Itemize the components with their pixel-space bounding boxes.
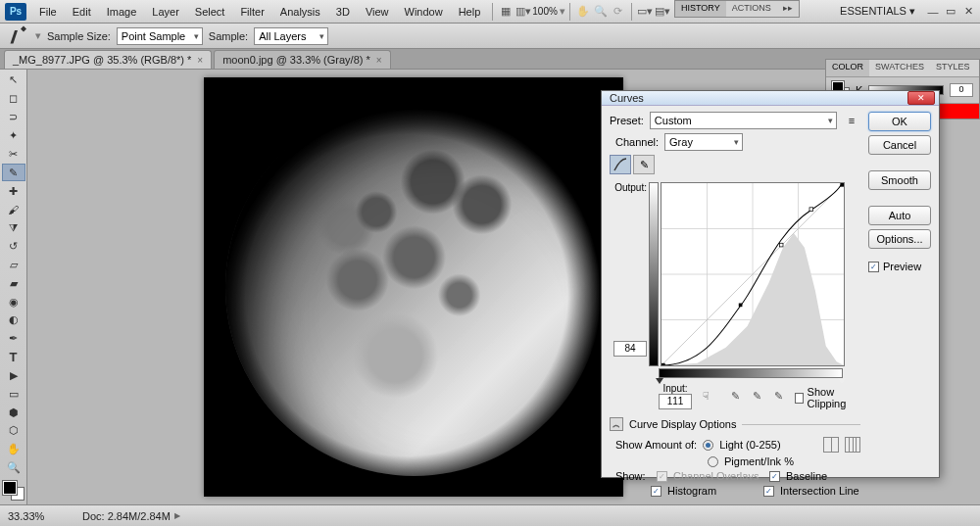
- blur-tool-icon[interactable]: ◉: [2, 293, 25, 311]
- hand-icon[interactable]: ✋: [574, 4, 592, 20]
- zoom-icon[interactable]: 🔍: [592, 4, 610, 20]
- heal-tool-icon[interactable]: ✚: [2, 182, 25, 200]
- disclosure-toggle-icon[interactable]: ︽: [610, 417, 623, 431]
- histogram-checkbox[interactable]: ✓: [651, 486, 662, 497]
- menu-3d[interactable]: 3D: [328, 3, 358, 21]
- restore-icon[interactable]: ▭: [945, 6, 956, 18]
- preset-select[interactable]: Custom: [650, 112, 837, 129]
- options-button[interactable]: Options...: [868, 229, 931, 249]
- menu-view[interactable]: View: [358, 3, 397, 21]
- current-tool-icon[interactable]: [6, 26, 29, 46]
- sample-size-select[interactable]: Point Sample: [117, 27, 203, 45]
- workspace-switcher[interactable]: ESSENTIALS ▾: [834, 3, 921, 20]
- input-gradient[interactable]: [659, 368, 843, 378]
- input-value[interactable]: 111: [659, 394, 692, 409]
- cancel-button[interactable]: Cancel: [868, 135, 931, 155]
- app-logo: Ps: [5, 3, 26, 21]
- menu-help[interactable]: Help: [451, 3, 489, 21]
- channel-label: Channel:: [615, 136, 659, 148]
- pigment-radio[interactable]: [708, 456, 718, 467]
- move-tool-icon[interactable]: ↖: [2, 72, 25, 89]
- minimize-icon[interactable]: —: [927, 6, 939, 18]
- color-swatches[interactable]: [3, 481, 24, 501]
- color-tab[interactable]: COLOR: [826, 60, 869, 76]
- intersection-checkbox[interactable]: ✓: [763, 486, 774, 497]
- 3d-tool-icon[interactable]: ⬢: [2, 404, 25, 421]
- menu-image[interactable]: Image: [99, 3, 145, 21]
- status-bar: 33.33% Doc: 2.84M/2.84M▶: [0, 504, 980, 526]
- stamp-tool-icon[interactable]: ⧩: [2, 219, 25, 237]
- on-image-adjust-icon[interactable]: ☟: [700, 388, 712, 404]
- crop-tool-icon[interactable]: ✂: [2, 145, 25, 163]
- auto-button[interactable]: Auto: [868, 206, 931, 225]
- foreground-swatch[interactable]: [3, 481, 17, 495]
- 3d-camera-icon[interactable]: ⬡: [2, 422, 25, 440]
- gray-point-eyedropper-icon[interactable]: ✎: [750, 388, 765, 404]
- curve-pencil-tool-icon[interactable]: ✎: [633, 155, 655, 174]
- wand-tool-icon[interactable]: ✦: [2, 126, 25, 144]
- status-zoom[interactable]: 33.33%: [8, 510, 63, 522]
- zoom-tool-icon[interactable]: 🔍: [2, 459, 25, 477]
- curves-graph[interactable]: [661, 182, 845, 366]
- marquee-tool-icon[interactable]: ◻: [2, 90, 25, 108]
- pen-tool-icon[interactable]: ✒: [2, 330, 25, 348]
- grid-coarse-icon[interactable]: [823, 437, 839, 453]
- k-value[interactable]: 0: [950, 83, 973, 97]
- document-tab[interactable]: _MG_8977.JPG @ 35.3% (RGB/8*) * ×: [4, 50, 212, 69]
- gradient-tool-icon[interactable]: ▰: [2, 274, 25, 292]
- ok-button[interactable]: OK: [868, 112, 931, 131]
- brush-tool-icon[interactable]: 🖌: [2, 201, 25, 218]
- dodge-tool-icon[interactable]: ◐: [2, 311, 25, 329]
- dialog-close-button[interactable]: ✕: [907, 91, 935, 105]
- shape-tool-icon[interactable]: ▭: [2, 385, 25, 403]
- tab-close-icon[interactable]: ×: [197, 55, 203, 66]
- document-tab[interactable]: moon0.jpg @ 33.3% (Gray/8) * ×: [214, 50, 390, 69]
- menu-window[interactable]: Window: [397, 3, 451, 21]
- tab-label: moon0.jpg @ 33.3% (Gray/8) *: [222, 54, 370, 66]
- menu-edit[interactable]: Edit: [65, 3, 99, 21]
- preset-menu-icon[interactable]: ≡: [843, 112, 860, 129]
- close-icon[interactable]: ✕: [962, 6, 974, 18]
- extras-icon[interactable]: ▤▾: [654, 4, 671, 20]
- screen-mode-icon[interactable]: ▭▾: [636, 4, 654, 20]
- baseline-checkbox[interactable]: ✓: [769, 471, 780, 482]
- launch-bridge-icon[interactable]: ▦: [497, 4, 514, 20]
- document-canvas[interactable]: [204, 77, 623, 497]
- menu-select[interactable]: Select: [187, 3, 233, 21]
- highlight-slider[interactable]: [838, 378, 846, 384]
- menu-analysis[interactable]: Analysis: [272, 3, 328, 21]
- status-menu-icon[interactable]: ▶: [174, 511, 180, 520]
- type-tool-icon[interactable]: T: [2, 349, 25, 366]
- shadow-slider[interactable]: [656, 378, 663, 384]
- actions-tab[interactable]: ACTIONS: [726, 1, 777, 17]
- eraser-tool-icon[interactable]: ▱: [2, 257, 25, 274]
- panel-menu-icon[interactable]: ▸▸: [777, 1, 799, 17]
- channel-overlays-checkbox[interactable]: ✓: [657, 471, 667, 482]
- tab-close-icon[interactable]: ×: [376, 55, 382, 66]
- dialog-titlebar[interactable]: Curves ✕: [602, 91, 939, 106]
- smooth-button[interactable]: Smooth: [868, 170, 931, 190]
- preview-checkbox[interactable]: ✓Preview: [868, 261, 931, 272]
- path-select-icon[interactable]: ▶: [2, 366, 25, 384]
- swatches-tab[interactable]: SWATCHES: [869, 60, 930, 76]
- white-point-eyedropper-icon[interactable]: ✎: [771, 388, 787, 404]
- rotate-view-icon[interactable]: ⟳: [610, 4, 627, 20]
- output-value[interactable]: 84: [613, 341, 647, 357]
- channel-select[interactable]: Gray: [664, 133, 743, 151]
- light-radio[interactable]: [703, 440, 713, 451]
- hand-tool-icon[interactable]: ✋: [2, 441, 25, 458]
- history-tab[interactable]: HISTORY: [675, 1, 726, 17]
- black-point-eyedropper-icon[interactable]: ✎: [728, 388, 744, 404]
- arrange-docs-icon[interactable]: ▥▾: [514, 4, 532, 20]
- menu-file[interactable]: File: [31, 3, 65, 21]
- lasso-tool-icon[interactable]: ⊃: [2, 109, 25, 126]
- history-brush-icon[interactable]: ↺: [2, 238, 25, 256]
- styles-tab[interactable]: STYLES: [930, 60, 976, 76]
- menu-filter[interactable]: Filter: [232, 3, 271, 21]
- grid-fine-icon[interactable]: [845, 437, 860, 453]
- menu-layer[interactable]: Layer: [144, 3, 187, 21]
- sample-layers-select[interactable]: All Layers: [254, 27, 328, 45]
- eyedropper-tool-icon[interactable]: ✎: [2, 164, 25, 181]
- show-clipping-checkbox[interactable]: Show Clipping: [795, 386, 860, 409]
- curve-point-tool-icon[interactable]: [610, 155, 631, 174]
